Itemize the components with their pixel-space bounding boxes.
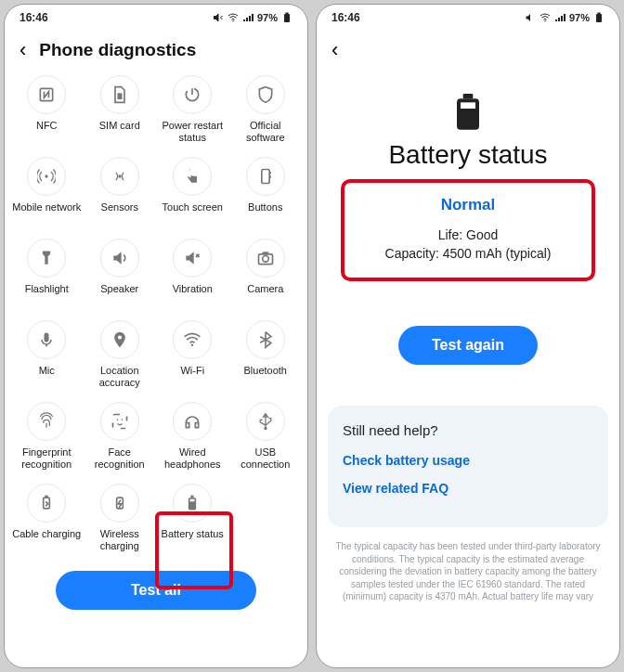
tile-face[interactable]: Face recognition [84, 398, 157, 474]
antenna-icon [27, 157, 66, 196]
tile-wireless[interactable]: Wireless charging [84, 480, 157, 556]
back-button[interactable]: ‹ [332, 40, 338, 60]
status-icons: 97% [213, 12, 292, 23]
status-battery-pct: 97% [569, 12, 590, 23]
tile-label: NFC [36, 120, 58, 144]
battery-icon [593, 12, 604, 23]
svg-point-8 [118, 174, 121, 177]
svg-rect-32 [598, 13, 601, 15]
battery-large-icon [453, 94, 483, 131]
tile-mic[interactable]: Mic [10, 317, 84, 393]
tile-label: Wi-Fi [180, 365, 204, 389]
status-bar: 16:46 97% [317, 5, 619, 31]
camera-icon [246, 239, 285, 278]
wifi-icon [228, 12, 239, 23]
tile-power[interactable]: Power restart status [156, 71, 229, 148]
tile-sensors[interactable]: Sensors [84, 153, 157, 229]
power-icon [173, 75, 212, 114]
nfc-icon [27, 75, 66, 114]
tile-label: SIM card [99, 120, 140, 144]
test-again-button[interactable]: Test again [398, 326, 538, 365]
battery-icon [281, 12, 292, 23]
svg-rect-35 [461, 102, 475, 109]
svg-rect-17 [45, 333, 49, 342]
page-title: Phone diagnostics [39, 40, 196, 60]
tile-label: Fingerprint recognition [12, 446, 82, 471]
tile-label: Official software [231, 120, 301, 144]
svg-rect-28 [191, 496, 194, 498]
svg-point-15 [262, 256, 268, 263]
svg-rect-31 [596, 14, 602, 22]
fingerprint-icon [27, 402, 66, 441]
tile-flashlight[interactable]: Flashlight [10, 235, 84, 311]
tile-label: Power restart status [158, 120, 228, 144]
mic-icon [27, 320, 66, 359]
status-icons: 97% [525, 12, 604, 23]
tile-speaker[interactable]: Speaker [84, 235, 157, 311]
svg-rect-1 [284, 14, 290, 22]
diagnostics-grid: NFCSIM cardPower restart statusOfficial … [5, 71, 307, 556]
svg-point-23 [264, 427, 266, 430]
svg-point-21 [116, 420, 118, 421]
svg-point-30 [544, 20, 546, 22]
location-icon [100, 320, 139, 359]
tile-label: Wired headphones [158, 446, 228, 471]
status-time: 16:46 [20, 11, 48, 24]
tile-label: Location accuracy [85, 365, 155, 389]
tile-label: Camera [247, 283, 283, 307]
svg-rect-2 [286, 13, 289, 15]
battery-icon [173, 484, 212, 523]
bluetooth-icon [246, 320, 285, 359]
tile-cable[interactable]: Cable charging [10, 480, 84, 556]
mute-icon [525, 12, 536, 23]
tile-shield[interactable]: Official software [229, 71, 303, 148]
back-button[interactable]: ‹ [20, 40, 26, 60]
tile-camera[interactable]: Camera [229, 235, 303, 311]
signal-icon [242, 12, 254, 23]
mute-icon [213, 12, 224, 23]
signal-icon [554, 12, 566, 23]
tile-usb[interactable]: USB connection [229, 398, 303, 474]
svg-rect-11 [269, 175, 271, 178]
tile-wifi[interactable]: Wi-Fi [156, 317, 229, 393]
usb-icon [246, 402, 285, 441]
shield-icon [246, 75, 285, 114]
status-time: 16:46 [332, 11, 360, 24]
tile-location[interactable]: Location accuracy [84, 317, 157, 393]
tile-label: Face recognition [85, 446, 155, 471]
tile-label: Wireless charging [85, 528, 155, 552]
status-bar: 16:46 97% [5, 5, 307, 31]
tile-label: Flashlight [25, 283, 69, 307]
tile-label: Touch screen [162, 201, 223, 226]
tile-antenna[interactable]: Mobile network [10, 153, 84, 229]
test-all-button[interactable]: Test all [56, 571, 255, 610]
touch-icon [173, 157, 212, 196]
help-link-usage[interactable]: Check battery usage [343, 453, 593, 468]
battery-status-screen: 16:46 97% ‹ Battery status Normal Life: … [316, 4, 620, 668]
svg-rect-29 [190, 499, 195, 502]
svg-point-22 [121, 420, 123, 421]
tile-label: Bluetooth [244, 365, 287, 389]
svg-rect-16 [262, 252, 268, 254]
tile-touch[interactable]: Touch screen [156, 153, 229, 229]
tile-nfc[interactable]: NFC [10, 71, 84, 148]
tile-buttons[interactable]: Buttons [229, 153, 303, 229]
tile-label: USB connection [231, 446, 301, 471]
tile-bluetooth[interactable]: Bluetooth [229, 317, 303, 393]
svg-rect-34 [463, 94, 474, 98]
flashlight-icon [27, 239, 66, 278]
headphones-icon [173, 402, 212, 441]
wifi-icon [173, 320, 212, 359]
tile-vibration[interactable]: Vibration [156, 235, 229, 311]
tile-fingerprint[interactable]: Fingerprint recognition [10, 398, 84, 474]
tile-headphones[interactable]: Wired headphones [156, 398, 229, 474]
help-link-faq[interactable]: View related FAQ [343, 481, 593, 496]
wifi-icon [540, 12, 551, 23]
battery-summary: Battery status Normal Life: Good Capacit… [317, 71, 619, 374]
svg-rect-10 [269, 172, 271, 174]
fine-print: The typical capacity has been tested und… [317, 527, 619, 603]
tile-sim[interactable]: SIM card [84, 71, 157, 148]
tile-battery[interactable]: Battery status [156, 480, 229, 556]
svg-point-7 [46, 174, 48, 177]
tile-label: Buttons [248, 201, 282, 226]
